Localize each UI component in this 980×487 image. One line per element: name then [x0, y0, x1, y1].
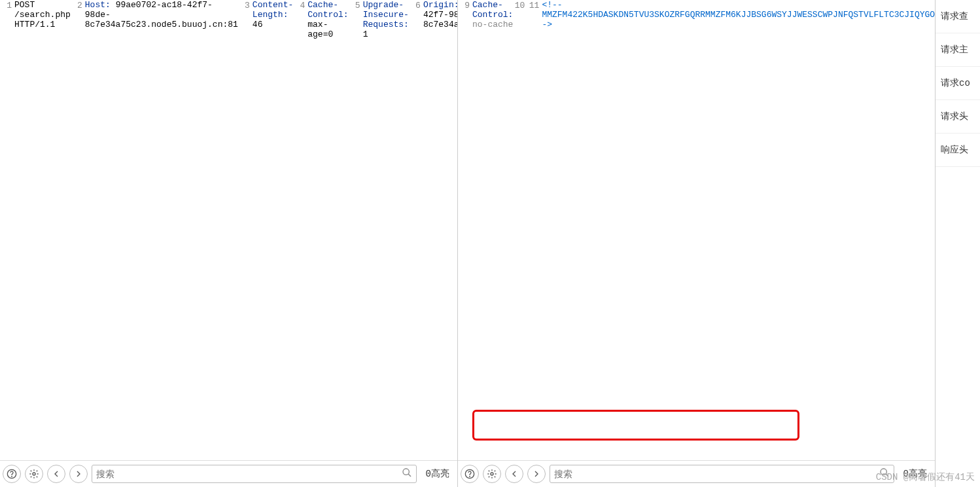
code-line[interactable]: <!--MMZFM422K5HDASKDN5TVU3SKOZRFGQRRMMZF… [542, 0, 935, 79]
code-line[interactable]: Host: 99ae0702-ac18-42f7-98de-8c7e34a75c… [85, 0, 238, 69]
code-line[interactable]: Content-Length: 46 [253, 0, 293, 69]
line-number: 3 [238, 0, 253, 69]
back-button[interactable] [47, 465, 65, 483]
left-footer: 0高亮 [0, 460, 457, 487]
highlight-count-right: 0高亮 [898, 468, 932, 480]
search-icon [402, 467, 412, 480]
request-code-area[interactable]: 1POST /search.php HTTP/1.12Host: 99ae070… [0, 0, 457, 460]
request-panel: 1POST /search.php HTTP/1.12Host: 99ae070… [0, 0, 458, 487]
forward-button[interactable] [69, 465, 88, 483]
search-input[interactable] [96, 469, 402, 479]
sidebar-tabs: 请求查请求主请求co请求头响应头 [936, 0, 980, 487]
line-number: 10 [513, 0, 527, 79]
code-line[interactable]: Cache-Control: max-age=0 [307, 0, 348, 69]
sidebar-tab-4[interactable]: 响应头 [936, 134, 980, 167]
svg-point-5 [470, 477, 470, 477]
svg-point-3 [403, 469, 409, 475]
svg-point-1 [12, 477, 12, 477]
line-number: 1 [0, 0, 14, 69]
search-input[interactable] [554, 469, 879, 479]
line-number: 6 [409, 0, 423, 69]
line-number: 11 [527, 0, 542, 79]
settings-button[interactable] [25, 465, 43, 483]
svg-point-2 [33, 473, 35, 475]
svg-point-6 [491, 473, 493, 475]
flag-highlight-box [472, 410, 799, 441]
settings-button[interactable] [483, 465, 501, 483]
search-icon [879, 467, 890, 480]
forward-button[interactable] [527, 465, 546, 483]
line-number: 9 [458, 0, 472, 79]
highlight-count-left: 0高亮 [421, 468, 455, 480]
sidebar-tab-1[interactable]: 请求主 [936, 33, 980, 67]
sidebar-tab-2[interactable]: 请求co [936, 67, 980, 100]
back-button[interactable] [505, 465, 523, 483]
code-line[interactable]: Origin: http://99ae0702-ac18-42f7-98de-8… [423, 0, 457, 69]
response-panel: 9Cache-Control: no-cache1011<!--MMZFM422… [458, 0, 936, 487]
line-number: 4 [293, 0, 307, 69]
code-line[interactable]: POST /search.php HTTP/1.1 [14, 0, 71, 69]
left-search[interactable] [92, 465, 417, 483]
help-button[interactable] [3, 465, 21, 483]
sidebar-tab-0[interactable]: 请求查 [936, 0, 980, 33]
sidebar-tab-3[interactable]: 请求头 [936, 100, 980, 134]
help-button[interactable] [461, 465, 479, 483]
right-footer: 0高亮 [458, 460, 935, 487]
right-search[interactable] [550, 465, 894, 483]
svg-point-7 [881, 469, 886, 475]
code-line[interactable]: Cache-Control: no-cache [472, 0, 513, 79]
response-code-area[interactable]: 9Cache-Control: no-cache1011<!--MMZFM422… [458, 0, 935, 460]
line-number: 5 [349, 0, 363, 69]
code-line[interactable]: Upgrade-Insecure-Requests: 1 [363, 0, 409, 69]
line-number: 2 [71, 0, 85, 69]
